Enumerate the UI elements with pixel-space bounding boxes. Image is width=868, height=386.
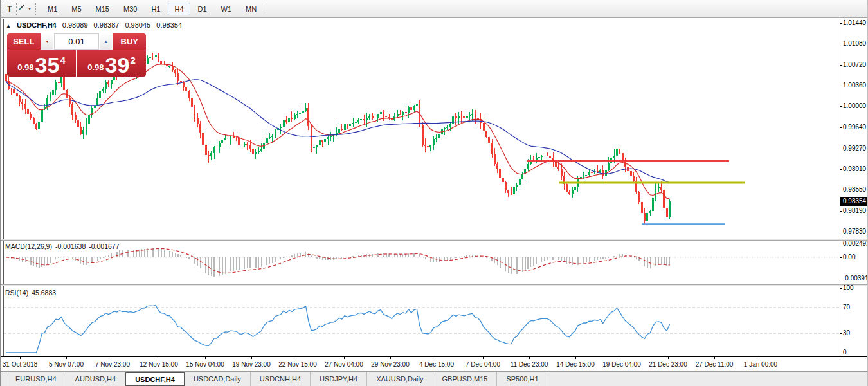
- time-label: 7 Nov 23:00: [95, 361, 130, 368]
- chart-tab-usdcad[interactable]: USDCAD,Daily: [185, 372, 251, 386]
- axis-tick: [840, 211, 842, 212]
- chart-tab-usdjpy[interactable]: USDJPY,H4: [311, 372, 367, 386]
- current-price-tag: 0.98354: [840, 197, 868, 206]
- axis-tick: [840, 308, 842, 308]
- text-tool-button[interactable]: T: [3, 3, 17, 15]
- chart-tab-xauusd[interactable]: XAUUSD,Daily: [367, 372, 433, 386]
- time-tick: [205, 357, 206, 359]
- sell-price-display: 0.98354: [7, 50, 76, 77]
- time-tick: [437, 357, 437, 359]
- axis-tick: [840, 232, 842, 232]
- open-value: 0.98089: [62, 21, 88, 29]
- time-label: 27 Dec 11:00: [696, 361, 734, 368]
- rsi-pane-canvas[interactable]: [1, 286, 868, 356]
- time-tick: [298, 357, 298, 359]
- down-arrow-icon: ▼: [45, 39, 50, 44]
- toolbar-grip: [35, 3, 36, 15]
- time-label: 15 Nov 04:00: [186, 361, 224, 368]
- time-label: 31 Oct 2018: [3, 361, 37, 368]
- sell-price-big: 35: [35, 57, 60, 75]
- axis-tick: [840, 106, 842, 107]
- timeframe-group: M1M5M15M30H1H4D1W1MN: [41, 3, 264, 15]
- timeframe-button-mn[interactable]: MN: [239, 3, 263, 15]
- volume-input[interactable]: 0.01: [54, 33, 99, 50]
- up-arrow-icon: ▲: [104, 39, 108, 44]
- time-tick: [529, 357, 530, 359]
- timeframe-button-w1[interactable]: W1: [215, 3, 239, 15]
- chart-tab-bar: EURUSD,H4AUDUSD,H4USDCHF,H4USDCAD,DailyU…: [1, 371, 867, 386]
- macd-pane-canvas[interactable]: [1, 241, 868, 284]
- time-label: 12 Nov 15:00: [140, 361, 178, 368]
- time-label: 27 Nov 04:00: [325, 361, 363, 368]
- axis-tick: [840, 244, 842, 244]
- time-label: 21 Dec 23:00: [649, 361, 687, 368]
- chart-tab-gbpusd[interactable]: GBPUSD,M15: [433, 372, 498, 386]
- axis-tick: [840, 44, 842, 44]
- time-tick: [575, 357, 576, 359]
- buy-price-prefix: 0.98: [87, 62, 104, 72]
- axis-tick: [840, 169, 842, 170]
- low-value: 0.98045: [125, 21, 150, 29]
- close-value: 0.98354: [156, 21, 182, 29]
- chart-tab-usdchf[interactable]: USDCHF,H4: [125, 372, 185, 386]
- price-tick-label: 1.00000: [843, 102, 866, 110]
- sell-price-prefix: 0.98: [17, 62, 33, 72]
- toolbar-separator: [267, 3, 267, 15]
- buy-button[interactable]: BUY: [113, 33, 146, 50]
- chart-tab-eurusd[interactable]: EURUSD,H4: [6, 372, 66, 386]
- price-tick-label: 0.99640: [843, 124, 866, 131]
- time-tick: [113, 357, 113, 359]
- arrange-arrows-icon: [17, 3, 26, 14]
- high-value: 0.98387: [94, 21, 120, 29]
- time-label: 19 Dec 04:00: [602, 361, 641, 368]
- timeframe-button-h1[interactable]: H1: [145, 3, 167, 15]
- collapse-triangle-icon: ▲: [6, 23, 11, 29]
- time-label: 29 Nov 23:00: [371, 361, 410, 368]
- volume-decrease-button[interactable]: ▼: [41, 33, 54, 50]
- time-label: 14 Dec 15:00: [556, 361, 595, 368]
- time-tick: [344, 357, 345, 359]
- price-tick-label: 0.99270: [843, 145, 866, 152]
- volume-increase-button[interactable]: ▲: [100, 33, 113, 50]
- axis-tick: [840, 65, 842, 66]
- sell-button[interactable]: SELL: [7, 33, 41, 50]
- tab-host: EURUSD,H4AUDUSD,H4USDCHF,H4USDCAD,DailyU…: [6, 372, 548, 386]
- timeframe-button-m1[interactable]: M1: [41, 3, 64, 15]
- time-axis: 31 Oct 20185 Nov 07:007 Nov 23:0012 Nov …: [1, 356, 867, 371]
- axis-tick: [840, 190, 842, 190]
- price-tick-label: 1.01440: [843, 19, 866, 27]
- rsi-tick-label: 100: [843, 284, 854, 292]
- sell-price-sup: 4: [60, 55, 65, 66]
- buy-price-big: 39: [105, 57, 130, 75]
- rsi-tick-label: 0: [843, 349, 847, 356]
- axis-tick: [840, 257, 842, 258]
- axis-tick: [840, 86, 842, 86]
- macd-label: MACD(12,26,9)-0.001638-0.001677: [5, 243, 123, 250]
- time-tick: [668, 357, 669, 359]
- buy-price-display: 0.98392: [77, 50, 146, 77]
- macd-tick-label: 0.002492: [843, 240, 868, 248]
- rsi-tick-label: 30: [843, 329, 850, 337]
- rsi-label: RSI(14)45.6883: [5, 289, 59, 297]
- axis-tick: [840, 279, 842, 279]
- time-label: 11 Dec 23:00: [511, 361, 548, 368]
- symbol-period-label: USDCHF,H4: [17, 21, 57, 29]
- line-studies-button[interactable]: ▾: [17, 2, 31, 16]
- timeframe-button-h4[interactable]: H4: [168, 3, 190, 15]
- timeframe-button-m5[interactable]: M5: [65, 3, 87, 15]
- axis-tick: [840, 127, 842, 128]
- time-label: 1 Jan 00:00: [744, 361, 777, 368]
- axis-tick: [840, 149, 842, 149]
- timeframe-button-m30[interactable]: M30: [117, 3, 143, 15]
- price-tick-label: 0.97830: [843, 228, 866, 235]
- timeframe-button-d1[interactable]: D1: [192, 3, 213, 15]
- time-tick: [714, 357, 715, 359]
- price-tick-label: 1.01080: [843, 40, 866, 48]
- time-label: 7 Dec 04:00: [466, 361, 500, 368]
- axis-tick: [840, 353, 842, 353]
- chart-tab-audusd[interactable]: AUDUSD,H4: [66, 372, 126, 386]
- one-click-trading-widget: SELL ▼ 0.01 ▲ BUY 0.98354 0.98392: [7, 33, 146, 77]
- timeframe-button-m15[interactable]: M15: [89, 3, 116, 15]
- chart-tab-usdcnh[interactable]: USDCNH,H4: [251, 372, 311, 386]
- chart-tab-sp500[interactable]: SP500,H1: [497, 372, 548, 386]
